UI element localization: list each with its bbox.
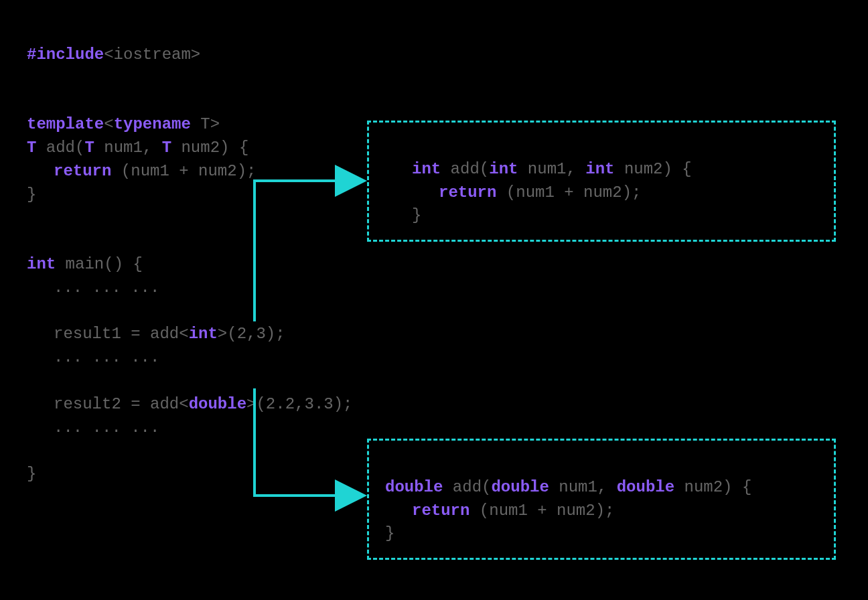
double-template-arg: double: [189, 395, 246, 413]
typename-keyword: typename: [114, 115, 191, 133]
int-return-type: int: [412, 160, 441, 178]
main-function: main() {: [56, 255, 143, 273]
return-keyword: return: [439, 183, 496, 202]
iostream-header: <iostream>: [104, 46, 200, 64]
result2-assignment: result2 = add<: [54, 395, 189, 413]
int-template-arg: int: [189, 325, 218, 343]
ellipsis: ... ... ...: [54, 419, 159, 437]
return-keyword: return: [412, 502, 469, 520]
return-type-T: T: [27, 139, 36, 157]
result1-assignment: result1 = add<: [54, 325, 189, 343]
int-instantiation-box: int add(int num1, int num2) { return (nu…: [367, 121, 836, 242]
source-code-block: #include<iostream> template<typename T> …: [27, 20, 353, 486]
include-directive: #include: [27, 46, 104, 64]
double-instantiation-box: double add(double num1, double num2) { r…: [367, 439, 836, 560]
double-return-type: double: [385, 478, 443, 496]
template-keyword: template: [27, 115, 104, 133]
ellipsis: ... ... ...: [54, 279, 159, 297]
ellipsis: ... ... ...: [54, 348, 159, 366]
int-keyword: int: [27, 255, 56, 273]
return-keyword: return: [54, 162, 111, 180]
